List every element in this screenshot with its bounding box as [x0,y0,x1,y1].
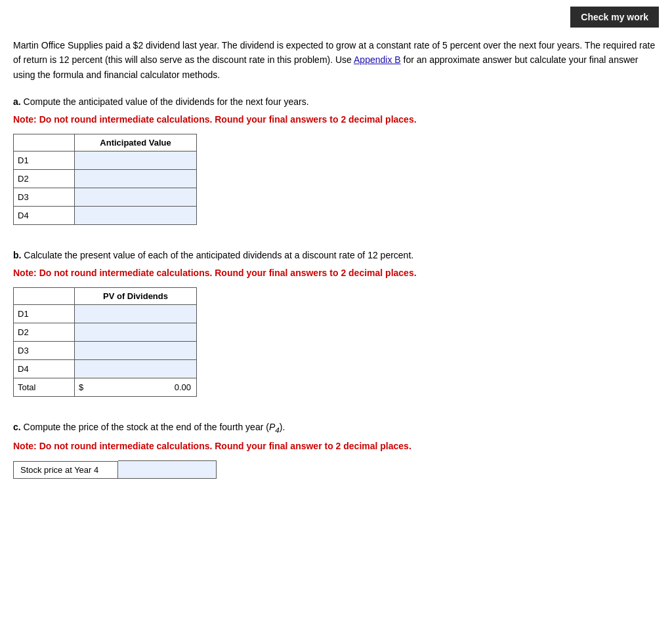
section-b-d2-field[interactable] [75,323,196,341]
section-c-description2: ). [280,422,285,432]
page-wrapper: Check my work Martin Office Supplies pai… [0,0,672,529]
section-b-total-cell: $ 0.00 [75,378,197,397]
section-b-row-d1-label: D1 [14,305,75,323]
section-c-description: Compute the price of the stock at the en… [24,422,269,432]
section-b-d1-field[interactable] [75,305,196,323]
table-row-total: Total $ 0.00 [14,378,197,397]
section-a-col-header: Anticipated Value [75,134,197,152]
section-a-title: a. Compute the anticipated value of the … [13,95,659,109]
section-c-title: c. Compute the price of the stock at the… [13,420,659,435]
section-c-p4: P4 [269,422,280,432]
section-b-description: Calculate the present value of each of t… [24,250,413,260]
section-c-label: c. [13,422,24,432]
section-b-total-label: Total [14,378,75,397]
section-a-col-empty [14,134,75,152]
table-row: D1 [14,152,197,170]
section-a-row-d2-label: D2 [14,170,75,188]
section-c-note: Note: Do not round intermediate calculat… [13,441,659,451]
section-c-field-label: Stock price at Year 4 [13,461,118,479]
section-a-row-d4-input[interactable] [75,207,197,225]
section-b-row-d4-label: D4 [14,360,75,378]
problem-text: Martin Office Supplies paid a $2 dividen… [13,38,659,82]
section-a-description: Compute the anticipated value of the div… [24,96,309,107]
section-a-d4-field[interactable] [75,207,196,224]
section-b-row-d3-label: D3 [14,342,75,360]
section-a-table: Anticipated Value D1 D2 D3 D4 [13,134,197,225]
check-my-work-button[interactable]: Check my work [570,7,659,28]
section-a-label: a. [13,96,24,107]
section-b-row-d3-input[interactable] [75,342,197,360]
section-c: c. Compute the price of the stock at the… [13,420,659,479]
table-row: D3 [14,342,197,360]
section-a: a. Compute the anticipated value of the … [13,95,659,225]
section-b-row-d2-input[interactable] [75,323,197,342]
section-a-note: Note: Do not round intermediate calculat… [13,114,659,125]
table-row: D4 [14,207,197,225]
section-b-total-value: 0.00 [87,382,196,392]
section-b: b. Calculate the present value of each o… [13,249,659,397]
section-b-title: b. Calculate the present value of each o… [13,249,659,262]
section-b-table: PV of Dividends D1 D2 D3 D4 [13,287,197,397]
section-c-input-row: Stock price at Year 4 [13,460,659,479]
section-a-d2-field[interactable] [75,170,196,188]
appendix-b-link[interactable]: Appendix B [354,54,401,65]
section-a-row-d4-label: D4 [14,207,75,225]
table-row: D2 [14,170,197,188]
section-b-row-d4-input[interactable] [75,360,197,378]
section-a-row-d1-label: D1 [14,152,75,170]
section-b-label: b. [13,250,24,260]
section-b-row-d2-label: D2 [14,323,75,342]
section-b-total-dollar: $ [75,382,87,392]
section-b-d4-field[interactable] [75,360,196,378]
section-a-row-d1-input[interactable] [75,152,197,170]
section-c-stock-price-field[interactable] [118,461,216,478]
section-a-d3-field[interactable] [75,188,196,206]
section-b-col-header: PV of Dividends [75,288,197,305]
section-a-row-d2-input[interactable] [75,170,197,188]
section-a-row-d3-label: D3 [14,188,75,207]
section-a-d1-field[interactable] [75,152,196,169]
section-b-d3-field[interactable] [75,342,196,359]
table-row: D4 [14,360,197,378]
table-row: D1 [14,305,197,323]
table-row: D2 [14,323,197,342]
section-c-field-input[interactable] [118,460,217,479]
section-b-note: Note: Do not round intermediate calculat… [13,268,659,278]
header-bar: Check my work [13,7,659,28]
table-row: D3 [14,188,197,207]
section-a-row-d3-input[interactable] [75,188,197,207]
section-b-row-d1-input[interactable] [75,305,197,323]
section-b-col-empty [14,288,75,305]
